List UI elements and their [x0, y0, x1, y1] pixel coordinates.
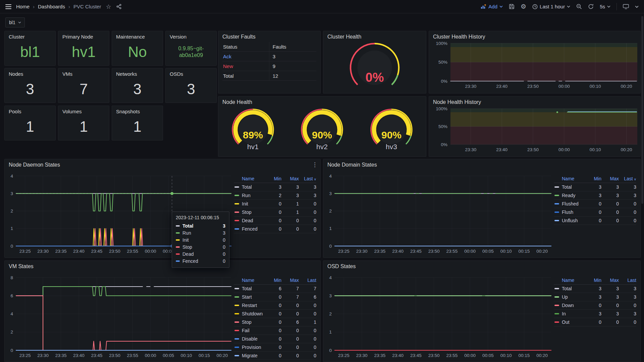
refresh-interval-picker[interactable]: 5s — [600, 4, 610, 9]
legend-series-flush[interactable]: Flush — [554, 209, 584, 215]
legend-value-min: 0 — [584, 218, 601, 223]
legend-col-max[interactable]: Max — [601, 176, 619, 181]
cycle-view-mode-icon[interactable] — [623, 4, 629, 9]
tooltip-row: Total3 — [176, 222, 225, 229]
cluster-health-history-chart[interactable]: 23:3023:4023:5000:0000:1000:200%50%100% — [429, 41, 640, 93]
legend-series-total[interactable]: Total — [554, 184, 584, 190]
stat-title[interactable]: Pools — [5, 106, 55, 116]
legend-col-name[interactable]: Name — [234, 278, 264, 283]
legend-col-min[interactable]: Min — [264, 278, 281, 283]
faults-col-faults: Faults — [269, 42, 316, 51]
legend-series-up[interactable]: Up — [554, 294, 584, 300]
svg-text:23:45: 23:45 — [91, 353, 102, 358]
legend-series-total[interactable]: Total — [234, 184, 264, 190]
stat-title[interactable]: Primary Node — [58, 31, 109, 41]
stat-title[interactable]: Snapshots — [112, 106, 163, 116]
node-domain-states-chart[interactable]: 23:2523:3023:3523:4023:4523:5023:5500:00… — [323, 169, 554, 257]
favorite-star-icon[interactable]: ☆ — [106, 4, 111, 10]
legend-col-max[interactable]: Max — [601, 278, 619, 283]
panel-title[interactable]: Node Health History — [429, 97, 640, 107]
legend-col-name[interactable]: Name — [234, 176, 264, 181]
zoom-out-time-icon[interactable] — [576, 4, 582, 9]
legend-series-total[interactable]: Total — [234, 286, 264, 291]
chevron-down-icon — [499, 5, 503, 8]
legend-series-fail[interactable]: Fail — [234, 328, 264, 333]
legend-value-last: 0 — [299, 336, 316, 342]
legend-series-dead[interactable]: Dead — [234, 218, 264, 223]
legend-col-last[interactable]: Last — [299, 278, 316, 283]
chevron-down-icon[interactable] — [635, 5, 639, 8]
legend-col-last[interactable]: Last — [619, 278, 636, 283]
legend-series-init[interactable]: Init — [234, 201, 264, 206]
refresh-icon[interactable] — [588, 4, 594, 9]
node-daemon-states-chart[interactable]: 23:2523:3023:3523:4023:4523:5023:5500:00… — [5, 169, 234, 257]
legend-series-disable[interactable]: Disable — [234, 336, 264, 342]
legend-series-shutdown[interactable]: Shutdown — [234, 311, 264, 316]
tooltip-row: Dead0 — [176, 250, 225, 257]
legend-col-last[interactable]: Last∨ — [619, 176, 636, 181]
stat-title[interactable]: Nodes — [5, 68, 55, 78]
svg-text:2: 2 — [10, 329, 13, 335]
legend-series-provision[interactable]: Provision — [234, 345, 264, 350]
legend-series-down[interactable]: Down — [554, 303, 584, 308]
legend-series-stop[interactable]: Stop — [234, 209, 264, 215]
legend-series-unflush[interactable]: Unflush — [554, 218, 584, 223]
stat-title[interactable]: Maintenance — [112, 31, 163, 41]
svg-text:50%: 50% — [438, 60, 447, 65]
chevron-down-icon — [607, 5, 610, 8]
dashboard-settings-gear-icon[interactable]: ⚙ — [521, 3, 526, 10]
stat-title[interactable]: Cluster — [5, 31, 55, 41]
share-icon[interactable] — [116, 4, 122, 9]
legend-series-ready[interactable]: Ready — [554, 193, 584, 198]
legend-series-flushed[interactable]: Flushed — [554, 201, 584, 206]
legend-col-max[interactable]: Max — [281, 176, 299, 181]
stat-title[interactable]: OSDs — [166, 68, 216, 78]
panel-title[interactable]: Node Health — [218, 97, 426, 107]
legend-series-in[interactable]: In — [554, 311, 584, 316]
legend-col-max[interactable]: Max — [281, 278, 299, 283]
legend-col-min[interactable]: Min — [264, 176, 281, 181]
legend-series-fenced[interactable]: Fenced — [234, 226, 264, 232]
vm-states-chart[interactable]: 23:2523:3023:3523:4023:4523:5023:5500:00… — [5, 271, 234, 362]
legend-col-min[interactable]: Min — [584, 176, 601, 181]
legend-series-out[interactable]: Out — [554, 319, 584, 325]
panel-title[interactable]: Cluster Health History — [429, 31, 640, 41]
stat-title[interactable]: Volumes — [58, 106, 109, 116]
stat-title[interactable]: VMs — [58, 68, 109, 78]
stat-title[interactable]: Networks — [112, 68, 163, 78]
stat-title[interactable]: Version — [166, 31, 216, 41]
legend-series-total[interactable]: Total — [554, 286, 584, 291]
breadcrumb-home[interactable]: Home — [16, 4, 30, 9]
legend-series-run[interactable]: Run — [234, 193, 264, 198]
legend-col-min[interactable]: Min — [584, 278, 601, 283]
panel-title[interactable]: OSD States — [323, 261, 640, 271]
time-range-picker[interactable]: Last 1 hour — [532, 4, 570, 9]
stat-value: 0.9.85~git-ab0a1e09 — [166, 45, 216, 59]
legend-series-stop[interactable]: Stop — [234, 319, 264, 325]
legend-series-start[interactable]: Start — [234, 294, 264, 300]
panel-title[interactable]: Node Daemon States — [5, 159, 320, 169]
panel-menu-icon[interactable]: ⋮ — [312, 161, 318, 168]
legend-series-migrate[interactable]: Migrate — [234, 353, 264, 358]
legend-col-name[interactable]: Name — [554, 278, 584, 283]
variable-dropdown[interactable]: bl1 — [5, 17, 25, 27]
legend-value-last: 6 — [299, 294, 316, 300]
legend-row: Total677 — [234, 285, 316, 293]
legend-series-restart[interactable]: Restart — [234, 303, 264, 308]
legend-col-name[interactable]: Name — [554, 176, 584, 181]
legend-col-last[interactable]: Last∨ — [299, 176, 316, 181]
panel-title[interactable]: Node Domain States — [323, 159, 640, 169]
svg-text:8: 8 — [10, 275, 13, 280]
panel-title[interactable]: VM States — [5, 261, 320, 271]
hamburger-menu-icon[interactable] — [5, 4, 11, 9]
stat-value: 7 — [79, 81, 88, 98]
breadcrumb-dashboards[interactable]: Dashboards — [38, 4, 65, 9]
scrollbar-thumb[interactable] — [641, 16, 643, 204]
save-dashboard-icon[interactable] — [509, 4, 515, 9]
osd-states-chart[interactable]: 23:2523:3023:3523:4023:4523:5023:5500:00… — [323, 271, 554, 362]
node-health-history-chart[interactable]: 23:3023:4023:5000:0000:1000:200%50%100% — [429, 106, 640, 157]
panel-title[interactable]: Cluster Faults — [218, 31, 320, 41]
panel-title[interactable]: Cluster Health — [323, 31, 426, 41]
svg-text:23:30: 23:30 — [465, 147, 476, 152]
add-button[interactable]: Add — [481, 4, 503, 9]
